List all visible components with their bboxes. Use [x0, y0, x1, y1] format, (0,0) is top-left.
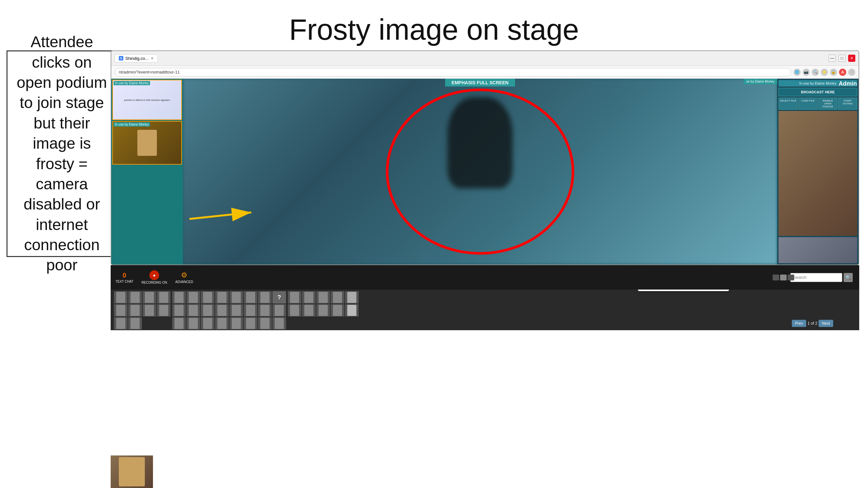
page-title: Frosty image on stage: [0, 0, 868, 56]
attendee-thumb[interactable]: [244, 304, 257, 317]
tab-label: Shindig.co...: [125, 56, 149, 61]
attendee-thumb[interactable]: [258, 291, 272, 303]
attendee-thumb[interactable]: [157, 304, 170, 317]
panel-slide: panels to attend in that session appears: [113, 80, 181, 120]
attendee-thumb[interactable]: [114, 291, 128, 303]
pagination: Prev 1 of 2 Next: [792, 320, 833, 327]
attendee-thumb[interactable]: [201, 304, 215, 317]
attendee-row-6: [172, 317, 286, 330]
attendee-thumb[interactable]: [186, 304, 200, 317]
text-chat-label: TEXT CHAT: [116, 280, 133, 283]
attendee-thumb[interactable]: [114, 317, 128, 330]
attendee-thumb[interactable]: [186, 291, 200, 303]
attendee-thumb[interactable]: [172, 291, 186, 303]
view-toggle-3[interactable]: [787, 274, 794, 281]
attendee-thumb[interactable]: [331, 291, 344, 303]
address-text: nt/admin/?event=nomadittour-11: [119, 70, 180, 74]
center-in-use-label: se by Elaine Morley: [744, 79, 777, 84]
view-toggle-2[interactable]: [780, 274, 787, 281]
attendee-thumb[interactable]: [143, 291, 156, 303]
browser-icon-5: 🔒: [830, 69, 837, 76]
attendee-thumb[interactable]: [244, 317, 257, 330]
attendee-thumb[interactable]: [345, 304, 359, 317]
attendee-thumb[interactable]: [143, 304, 156, 317]
attendee-row-1: [114, 291, 170, 303]
view-toggle-1[interactable]: [773, 274, 779, 281]
address-bar[interactable]: nt/admin/?event=nomadittour-11: [115, 68, 791, 76]
start-voting-button[interactable]: START VOTING: [838, 98, 857, 110]
attendee-thumb[interactable]: [345, 291, 359, 303]
attendee-row-2: [114, 304, 170, 317]
attendee-thumb[interactable]: [229, 304, 243, 317]
admin-label: Admin: [839, 80, 857, 87]
center-stage: se by Elaine Morley EMPHASIS FULL SCREEN: [183, 79, 777, 264]
load-file-button[interactable]: LOAD FILE: [798, 98, 817, 110]
attendee-thumb[interactable]: [201, 317, 215, 330]
panel-label-2: In use by Elaine Morley: [114, 122, 150, 127]
panel-slide-item: In use by Elaine Morley panels to attend…: [112, 80, 182, 120]
attendee-thumb[interactable]: [316, 304, 330, 317]
recording-label: RECORDING ON: [142, 281, 167, 284]
attendee-thumb[interactable]: [229, 317, 243, 330]
tab-close-button[interactable]: ✕: [151, 56, 154, 61]
browser-icon-profile: A: [839, 69, 846, 76]
attendee-thumb[interactable]: [258, 317, 272, 330]
enable-open-podium-button[interactable]: ENABLE OPEN PODIUM: [818, 98, 837, 110]
minimize-button[interactable]: —: [829, 55, 836, 62]
attendee-thumb[interactable]: [201, 291, 215, 303]
browser-window: S Shindig.co... ✕ — □ ✕ nt/admin/?event=…: [111, 51, 859, 265]
browser-tab[interactable]: S Shindig.co... ✕: [115, 54, 158, 62]
attendee-thumb[interactable]: [172, 304, 186, 317]
view-toggle: [773, 274, 794, 281]
attendee-thumb[interactable]: [186, 317, 200, 330]
attendee-thumb[interactable]: [331, 304, 344, 317]
right-panel-video-1: [778, 111, 857, 236]
recording-toolbar-item[interactable]: ● RECORDING ON: [142, 270, 167, 284]
attendee-thumb[interactable]: [302, 304, 316, 317]
attendee-thumb[interactable]: [272, 304, 286, 317]
select-file-button[interactable]: SELECT FILE: [778, 98, 798, 110]
video-person: [137, 130, 157, 156]
maximize-button[interactable]: □: [838, 55, 845, 62]
frosty-image: [183, 79, 777, 264]
browser-icon-2: 📷: [803, 69, 810, 76]
attendee-row-3: [114, 317, 170, 330]
attendee-thumb[interactable]: [215, 317, 229, 330]
attendee-thumb[interactable]: [316, 291, 330, 303]
attendee-thumb[interactable]: [128, 291, 142, 303]
attendee-thumb[interactable]: [128, 317, 142, 330]
attendee-thumb[interactable]: [229, 291, 243, 303]
attendee-thumb[interactable]: [288, 304, 301, 317]
attendee-thumb[interactable]: [272, 317, 286, 330]
search-button[interactable]: 🔍: [844, 273, 853, 282]
text-chat-toolbar-item[interactable]: 0 TEXT CHAT: [116, 272, 133, 283]
attendee-thumb[interactable]: [114, 304, 128, 317]
browser-icon-menu[interactable]: ⋮: [848, 69, 855, 76]
attendee-thumb[interactable]: [258, 304, 272, 317]
attendee-thumb[interactable]: [288, 291, 301, 303]
attendee-thumb[interactable]: [244, 291, 257, 303]
attendee-thumb[interactable]: [157, 291, 170, 303]
attendee-thumb[interactable]: [128, 304, 142, 317]
attendee-thumb[interactable]: [172, 317, 186, 330]
attendee-thumb[interactable]: [215, 304, 229, 317]
browser-content: In use by Elaine Morley panels to attend…: [111, 79, 859, 264]
search-input[interactable]: [790, 273, 842, 282]
attendee-thumb[interactable]: [302, 291, 316, 303]
advanced-label: ADVANCED: [176, 280, 193, 284]
attendee-group-1: [114, 291, 170, 329]
close-button[interactable]: ✕: [848, 55, 855, 62]
attendee-thumb[interactable]: [215, 291, 229, 303]
tab-bar: S Shindig.co... ✕: [115, 54, 826, 62]
advanced-toolbar-item[interactable]: ⚙ ADVANCED: [176, 271, 193, 284]
bottom-left-person: [119, 457, 145, 486]
browser-icon-4: ⭐: [821, 69, 828, 76]
panel-video-item: In use by Elaine Morley: [112, 121, 182, 165]
attendee-row-8: [288, 304, 359, 317]
slide-content: panels to attend in that session appears: [122, 97, 172, 103]
bottom-section: 0 TEXT CHAT ● RECORDING ON ⚙ ADVANCED 🔍: [111, 265, 859, 330]
prev-page-button[interactable]: Prev: [792, 320, 806, 327]
attendee-thumb-question[interactable]: ?: [272, 291, 286, 303]
attendee-row-4: ?: [172, 291, 286, 303]
next-page-button[interactable]: Next: [818, 320, 833, 327]
